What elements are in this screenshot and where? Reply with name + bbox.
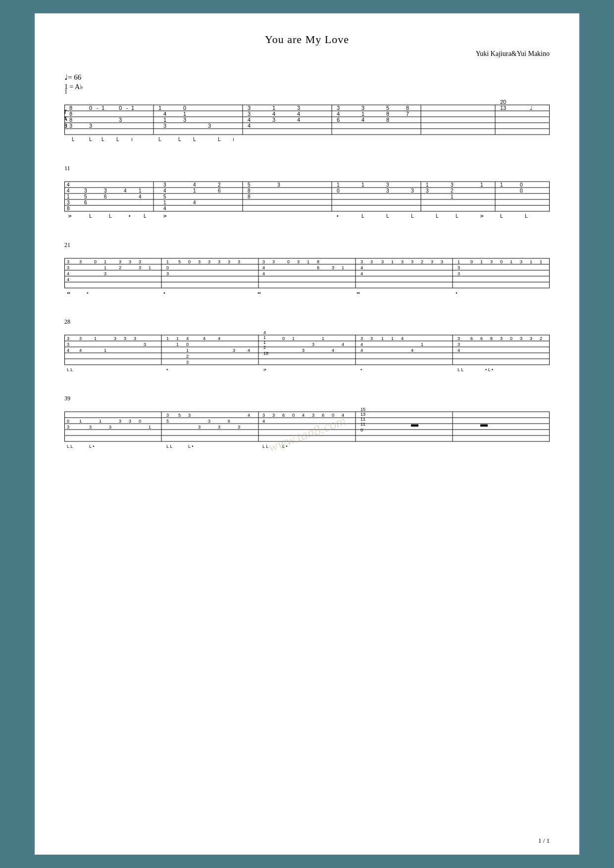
- svg-text:3: 3: [208, 123, 211, 129]
- svg-text:3: 3: [104, 271, 106, 276]
- svg-text:L L: L L: [67, 444, 73, 449]
- svg-text:5: 5: [386, 105, 389, 111]
- svg-text:4: 4: [297, 111, 300, 117]
- svg-text:0: 0: [139, 419, 141, 424]
- svg-text:1: 1: [480, 259, 483, 264]
- svg-text:8: 8: [386, 111, 389, 117]
- svg-text:1: 1: [292, 336, 295, 341]
- svg-text:8: 8: [248, 194, 251, 199]
- svg-text:13: 13: [360, 412, 365, 417]
- sheet-music-page: You are My Love Yuki Kajiura&Yui Makino …: [35, 13, 579, 855]
- svg-text:▪: ▪: [87, 290, 88, 295]
- svg-text:3: 3: [490, 259, 493, 264]
- svg-text:▬: ▬: [480, 420, 488, 428]
- svg-text:3: 3: [198, 259, 201, 264]
- svg-text:3: 3: [89, 123, 92, 129]
- svg-text:1: 1: [337, 182, 340, 188]
- svg-text:4: 4: [302, 413, 305, 418]
- svg-text:3: 3: [520, 259, 522, 264]
- svg-text:3: 3: [370, 336, 373, 341]
- svg-text:4: 4: [248, 117, 251, 123]
- svg-text:4: 4: [360, 265, 363, 270]
- svg-text:1: 1: [307, 259, 309, 264]
- svg-text:8: 8: [386, 117, 389, 123]
- tab-staff-svg-2: 4 4 1 3 8 3 5 6 3 6 4 1 4 3 4 5 1 4 4 1 …: [64, 172, 550, 219]
- svg-text:3: 3: [67, 259, 69, 264]
- svg-text:3: 3: [69, 123, 72, 129]
- svg-text:3: 3: [166, 413, 169, 418]
- svg-text:3: 3: [139, 265, 141, 270]
- svg-text:3: 3: [183, 117, 186, 123]
- svg-text:L: L: [386, 213, 389, 219]
- svg-text:▪▪: ▪▪: [257, 290, 260, 295]
- svg-text:5: 5: [178, 259, 181, 264]
- svg-text:1: 1: [102, 105, 104, 111]
- svg-text:8: 8: [69, 111, 72, 117]
- svg-text:0: 0: [166, 265, 169, 270]
- svg-text:4: 4: [361, 117, 364, 123]
- svg-text:3: 3: [198, 425, 201, 430]
- svg-text:8: 8: [406, 105, 409, 111]
- svg-text:6: 6: [322, 413, 324, 418]
- svg-text:3: 3: [134, 336, 136, 341]
- svg-text:1: 1: [163, 200, 166, 205]
- svg-text:3: 3: [67, 200, 70, 205]
- measure-number-5: 39: [64, 395, 70, 402]
- svg-text:1: 1: [480, 182, 483, 188]
- svg-text:3: 3: [119, 419, 121, 424]
- svg-text:5: 5: [178, 413, 181, 418]
- svg-text:3: 3: [119, 117, 122, 123]
- svg-text:0: 0: [470, 259, 473, 264]
- svg-text:1: 1: [421, 342, 423, 347]
- svg-text:0: 0: [282, 336, 285, 341]
- svg-text:3: 3: [332, 265, 334, 270]
- svg-text:3: 3: [297, 259, 300, 264]
- svg-text:0: 0: [183, 105, 186, 111]
- svg-text:3: 3: [458, 336, 460, 341]
- svg-text:0: 0: [332, 413, 334, 418]
- svg-text:4: 4: [360, 271, 363, 276]
- svg-text:2: 2: [540, 336, 542, 341]
- svg-text:4: 4: [139, 194, 142, 199]
- svg-text:11: 11: [360, 422, 365, 427]
- svg-text:L: L: [89, 137, 92, 142]
- song-title: You are My Love: [64, 33, 550, 46]
- svg-text:3: 3: [84, 188, 87, 193]
- svg-text:•: •: [360, 367, 362, 372]
- svg-text:3: 3: [302, 348, 305, 353]
- svg-text:L L: L L: [67, 367, 73, 372]
- svg-text:ı•: ı•: [480, 213, 484, 219]
- svg-text:0: 0: [520, 182, 523, 188]
- tempo-marking: ♩= 66: [64, 73, 550, 82]
- tab-staff-svg-1: T A B 8 8 8 3 0 - 1 3 0 - 1 3: [64, 95, 550, 142]
- svg-text:1: 1: [530, 259, 532, 264]
- svg-text:L: L: [144, 213, 147, 219]
- svg-text:ı•: ı•: [68, 213, 72, 219]
- svg-text:0: 0: [287, 259, 290, 264]
- svg-text:3: 3: [262, 259, 265, 264]
- svg-text:3: 3: [248, 105, 251, 111]
- svg-text:4: 4: [263, 330, 266, 335]
- page-number: 1 / 1: [538, 837, 550, 845]
- svg-text:4: 4: [411, 348, 413, 353]
- svg-text:3: 3: [79, 259, 82, 264]
- svg-text:1: 1: [99, 419, 102, 424]
- svg-text:3: 3: [104, 188, 107, 193]
- svg-text:7: 7: [406, 111, 409, 117]
- svg-text:4: 4: [262, 265, 265, 270]
- svg-text:6: 6: [480, 336, 483, 341]
- svg-text:L: L: [456, 213, 459, 219]
- svg-text:4: 4: [218, 336, 220, 341]
- svg-text:4: 4: [67, 182, 70, 188]
- svg-text:4: 4: [342, 342, 344, 347]
- svg-text:1: 1: [166, 336, 169, 341]
- svg-text:•: •: [337, 213, 339, 219]
- svg-text:L L: L L: [458, 367, 463, 372]
- tab-staff-svg-3: 3 3 4 4 3 0 1 1 3 3 2 3 3 3 1 1 0 3 5 0 …: [64, 248, 550, 295]
- svg-text:6: 6: [84, 200, 87, 205]
- svg-text:3: 3: [208, 419, 210, 424]
- svg-text:3: 3: [238, 259, 240, 264]
- svg-text:L •: L •: [188, 444, 193, 449]
- svg-text:L: L: [193, 137, 196, 142]
- svg-text:L: L: [89, 213, 92, 219]
